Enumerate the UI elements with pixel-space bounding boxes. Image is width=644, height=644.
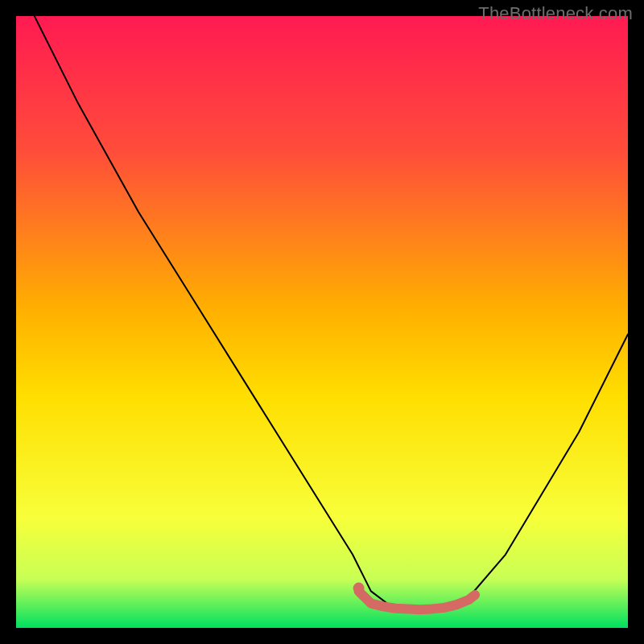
- watermark-label: TheBottleneck.com: [478, 3, 633, 24]
- series-highlight-dot: [353, 583, 365, 594]
- chart-stage: TheBottleneck.com: [0, 0, 644, 644]
- bottleneck-chart: [16, 16, 628, 628]
- plot-background: [16, 16, 628, 628]
